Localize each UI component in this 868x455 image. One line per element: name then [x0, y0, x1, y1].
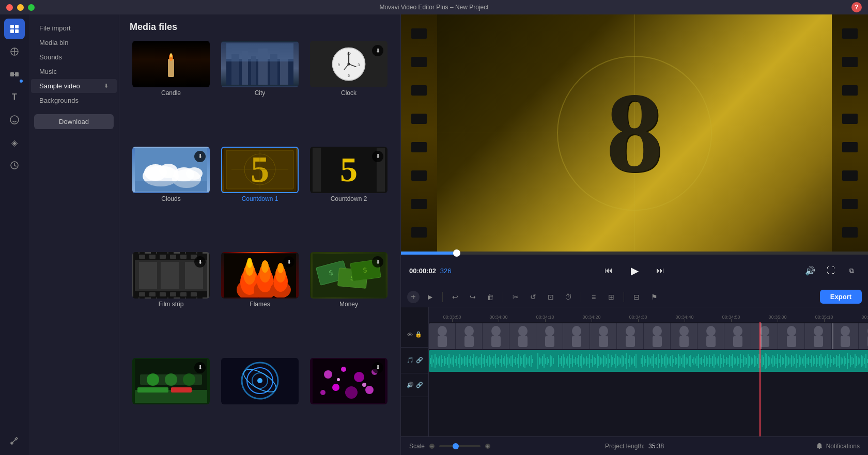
track3-audio[interactable]: 🔊: [407, 382, 414, 388]
track1-lock[interactable]: 🔒: [415, 331, 422, 338]
media-item-partial1[interactable]: ⬇: [130, 357, 212, 449]
next-frame-button[interactable]: ⏭: [652, 262, 669, 279]
help-button[interactable]: ?: [851, 2, 862, 12]
svg-rect-279: [598, 356, 599, 366]
notifications-button[interactable]: Notifications: [816, 443, 860, 450]
svg-rect-424: [827, 354, 828, 368]
download-overlay-clock[interactable]: ⬇: [372, 45, 383, 56]
track3-link[interactable]: 🔗: [416, 382, 423, 388]
media-item-countdown1[interactable]: 5 Countdown 1: [219, 146, 301, 245]
svg-rect-179: [436, 357, 437, 365]
sidebar-tools-btn[interactable]: [4, 430, 25, 451]
export-button[interactable]: Export: [820, 290, 862, 304]
svg-rect-183: [442, 359, 443, 363]
svg-rect-181: [439, 356, 440, 366]
svg-point-80: [277, 263, 284, 273]
sidebar-titles-btn[interactable]: T: [4, 87, 25, 107]
svg-rect-240: [531, 355, 532, 367]
svg-rect-351: [714, 354, 715, 368]
svg-rect-215: [492, 358, 493, 364]
nav-sounds[interactable]: Sounds: [31, 50, 117, 64]
prev-frame-button[interactable]: ⏮: [600, 262, 617, 279]
separator2: [503, 292, 503, 302]
svg-rect-439: [850, 355, 851, 367]
media-item-city[interactable]: City: [219, 40, 301, 139]
timeline-main: 00:33:50 00:34:00 00:34:10 00:34:20 00:3…: [429, 307, 868, 436]
media-item-countdown2[interactable]: 5 ⬇ Countdown 2: [307, 146, 390, 245]
redo-button[interactable]: ↪: [466, 290, 480, 304]
expand-button[interactable]: ▶: [423, 290, 437, 304]
sidebar-effects-btn[interactable]: [4, 41, 25, 62]
svg-rect-437: [847, 353, 848, 369]
track1-eye[interactable]: 👁: [407, 332, 413, 338]
play-button[interactable]: ▶: [625, 261, 644, 280]
delete-button[interactable]: 🗑: [483, 290, 498, 304]
scale-plus-icon[interactable]: [485, 443, 491, 449]
maximize-button[interactable]: [28, 4, 35, 11]
align-button[interactable]: ≡: [586, 290, 601, 304]
sidebar-filter-btn[interactable]: ◈: [4, 132, 25, 153]
minimize-button[interactable]: [17, 4, 24, 11]
nav-media-bin[interactable]: Media bin: [31, 36, 117, 50]
ruler-mark-8: 00:35:10: [801, 315, 847, 320]
media-item-filmstrip[interactable]: ⬇ Film strip: [130, 251, 212, 351]
svg-rect-147: [599, 336, 608, 347]
svg-rect-190: [453, 355, 454, 367]
svg-rect-182: [441, 355, 442, 367]
add-track-button[interactable]: +: [407, 291, 420, 303]
format-button[interactable]: ⊞: [604, 290, 618, 304]
scale-thumb[interactable]: [453, 443, 459, 449]
sidebar-history-btn[interactable]: [4, 155, 25, 176]
download-button[interactable]: Download: [34, 114, 114, 129]
nav-file-import[interactable]: File import: [31, 21, 117, 35]
svg-rect-301: [632, 358, 633, 364]
cut-button[interactable]: ✂: [508, 290, 523, 304]
video-track[interactable]: [429, 323, 868, 350]
media-item-flames[interactable]: ⬇ Flames: [219, 251, 301, 351]
download-overlay-partial3[interactable]: ⬇: [372, 362, 383, 373]
svg-rect-373: [748, 354, 749, 368]
flag-button[interactable]: ⚑: [647, 290, 661, 304]
undo-button[interactable]: ↩: [448, 290, 462, 304]
fullscreen-button[interactable]: ⛶: [823, 262, 839, 279]
crop-button[interactable]: ⊡: [544, 290, 558, 304]
sidebar-transitions-btn[interactable]: [4, 64, 25, 85]
svg-point-93: [147, 373, 159, 386]
svg-rect-268: [581, 354, 582, 368]
media-item-money[interactable]: $ $ $ ⬇ Money: [307, 251, 390, 351]
media-item-clouds[interactable]: ⬇ Clouds: [130, 146, 212, 245]
media-item-candle[interactable]: Candle: [130, 40, 212, 139]
media-item-partial3[interactable]: ⬇: [307, 357, 390, 449]
volume-button[interactable]: 🔊: [802, 262, 818, 279]
scale-slider[interactable]: [439, 445, 481, 447]
download-overlay-filmstrip[interactable]: ⬇: [194, 256, 206, 268]
film-strip-right: [832, 14, 868, 252]
svg-rect-365: [735, 358, 736, 364]
svg-rect-59: [149, 292, 156, 296]
audio-track[interactable]: [429, 350, 868, 372]
redo2-button[interactable]: ↺: [526, 290, 540, 304]
download-overlay-clouds[interactable]: ⬇: [194, 151, 206, 162]
media-item-clock[interactable]: 12 3 6 9 ⬇ Clock: [307, 40, 390, 139]
download-overlay-countdown2[interactable]: ⬇: [372, 151, 383, 162]
nav-backgrounds[interactable]: Backgrounds: [31, 93, 117, 107]
sidebar-media-btn[interactable]: [4, 19, 25, 39]
nav-music[interactable]: Music: [31, 65, 117, 79]
scale-minus-icon[interactable]: [429, 443, 435, 449]
track2-lock2[interactable]: 🔗: [416, 357, 423, 364]
svg-rect-193: [458, 358, 459, 364]
ruler-mark-5: 00:34:40: [661, 315, 708, 320]
timer-button[interactable]: ⏱: [561, 290, 576, 304]
media-item-partial2[interactable]: [219, 357, 301, 449]
download-overlay-flames[interactable]: ⬇: [283, 256, 295, 268]
download-overlay-partial1[interactable]: ⬇: [194, 362, 206, 373]
track2-icon[interactable]: 🎵: [407, 357, 414, 364]
sidebar-stickers-btn[interactable]: [4, 109, 25, 130]
timeline-playhead[interactable]: [760, 322, 761, 436]
label-button[interactable]: ⊟: [629, 290, 644, 304]
close-button[interactable]: [6, 4, 13, 11]
pip-button[interactable]: ⧉: [843, 262, 860, 279]
svg-rect-237: [526, 357, 527, 365]
nav-sample-video[interactable]: Sample video ⬇: [31, 79, 117, 93]
download-overlay-money[interactable]: ⬇: [372, 256, 383, 268]
